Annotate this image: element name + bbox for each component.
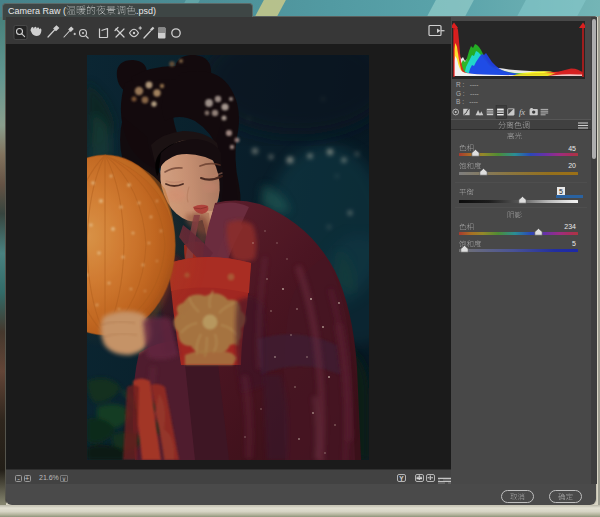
svg-text:fx: fx <box>519 107 525 117</box>
